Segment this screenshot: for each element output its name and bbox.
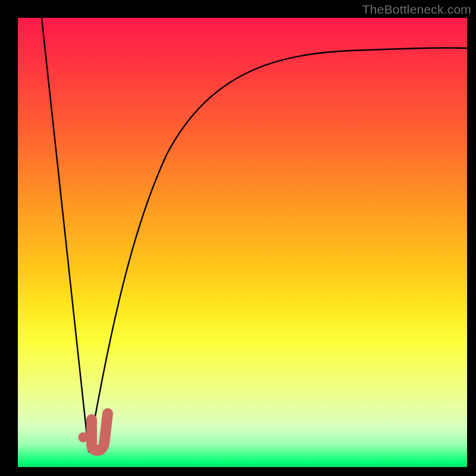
- chart-frame: TheBottleneck.com: [0, 0, 476, 476]
- plot-area: [18, 18, 467, 467]
- selected-point-jmark: [18, 18, 467, 467]
- watermark-text: TheBottleneck.com: [362, 2, 471, 17]
